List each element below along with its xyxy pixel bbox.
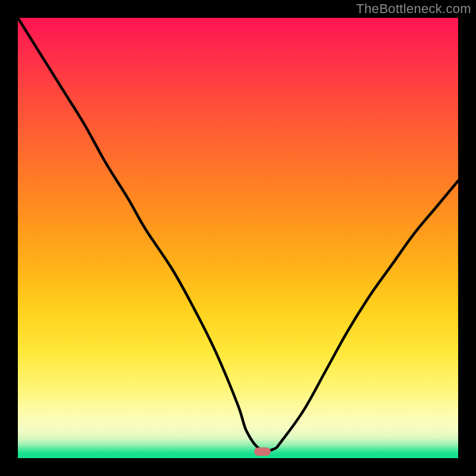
chart-frame: TheBottleneck.com [0, 0, 476, 476]
plot-area [18, 18, 458, 458]
watermark-text: TheBottleneck.com [356, 1, 471, 17]
bottleneck-curve [18, 18, 458, 458]
optimum-marker [254, 447, 271, 456]
